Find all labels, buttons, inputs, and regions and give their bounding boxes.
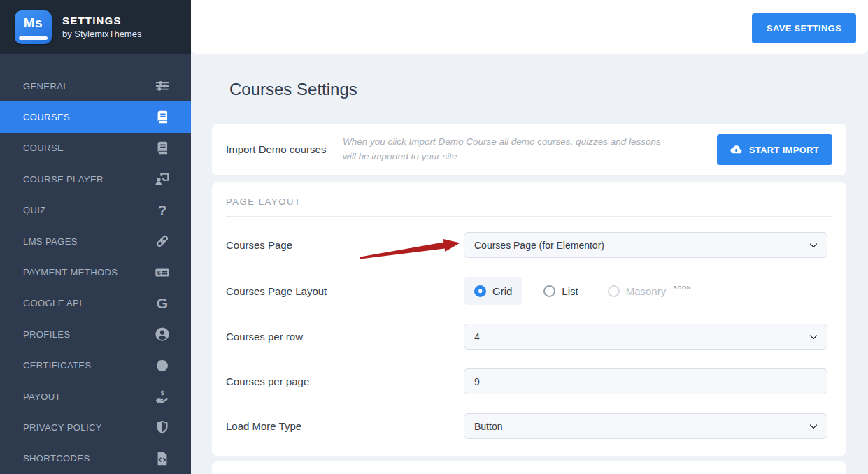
sidebar-nav: GENERAL COURSES COURSE COURSE PLAYER bbox=[0, 54, 191, 474]
sidebar: Ms SETTINGS by StylemixThemes GENERAL CO… bbox=[0, 0, 191, 474]
sidebar-item-label: PAYOUT bbox=[23, 392, 61, 402]
next-section-card bbox=[212, 461, 846, 474]
load-more-type-select-wrap: Button bbox=[464, 413, 827, 439]
field-row-load-more-type: Load More Type Button bbox=[226, 413, 832, 439]
radio-label: Grid bbox=[492, 285, 512, 297]
sidebar-item-quiz[interactable]: QUIZ ? bbox=[0, 195, 191, 226]
radio-disabled-icon bbox=[608, 285, 620, 297]
presentation-person-icon bbox=[154, 171, 171, 187]
courses-per-page-input[interactable] bbox=[464, 368, 827, 394]
masterstudy-logo-icon: Ms bbox=[15, 10, 52, 44]
sidebar-item-label: COURSE PLAYER bbox=[23, 174, 104, 185]
sidebar-item-general[interactable]: GENERAL bbox=[0, 71, 191, 101]
load-more-type-select[interactable]: Button bbox=[464, 413, 827, 439]
user-circle-icon bbox=[154, 326, 171, 343]
logo-text: Ms bbox=[24, 15, 43, 31]
start-import-label: START IMPORT bbox=[749, 145, 819, 155]
sidebar-item-label: PAYMENT METHODS bbox=[23, 267, 118, 278]
import-demo-label: Import Demo courses bbox=[226, 143, 343, 157]
shield-icon bbox=[154, 419, 171, 436]
book-icon bbox=[154, 140, 171, 157]
sidebar-item-payout[interactable]: PAYOUT $ bbox=[0, 381, 191, 412]
field-label: Courses per page bbox=[226, 375, 464, 387]
select-value: Button bbox=[474, 421, 502, 432]
sidebar-item-label: COURSES bbox=[23, 112, 70, 122]
field-row-courses-page-layout: Courses Page Layout Grid List Masonry SO… bbox=[226, 277, 832, 305]
sidebar-item-label: GOOGLE API bbox=[23, 298, 82, 308]
certificate-seal-icon bbox=[154, 357, 171, 374]
courses-per-row-select[interactable]: 4 bbox=[464, 324, 827, 350]
sidebar-item-certificates[interactable]: CERTIFICATES bbox=[0, 350, 191, 381]
sliders-icon bbox=[154, 78, 171, 94]
main-content: Courses Settings Import Demo courses Whe… bbox=[191, 54, 868, 474]
question-mark-icon: ? bbox=[154, 202, 171, 219]
settings-app: Ms SETTINGS by StylemixThemes GENERAL CO… bbox=[0, 0, 868, 474]
sidebar-item-privacy-policy[interactable]: PRIVACY POLICY bbox=[0, 412, 191, 443]
courses-per-page-input-wrap bbox=[464, 368, 827, 394]
sidebar-item-course[interactable]: COURSE bbox=[0, 133, 191, 164]
svg-text:$: $ bbox=[161, 389, 165, 396]
book-icon bbox=[154, 109, 171, 126]
sidebar-item-lms-pages[interactable]: LMS PAGES bbox=[0, 226, 191, 257]
field-label: Courses per row bbox=[226, 331, 464, 343]
select-value: Courses Page (for Elementor) bbox=[474, 240, 604, 251]
sidebar-item-label: GENERAL bbox=[23, 81, 69, 92]
field-label: Courses Page bbox=[226, 239, 464, 251]
radio-unselected-icon bbox=[543, 285, 555, 297]
sidebar-item-label: PROFILES bbox=[23, 329, 71, 340]
svg-text:$: $ bbox=[157, 269, 161, 276]
courses-page-select-wrap: Courses Page (for Elementor) bbox=[464, 232, 827, 258]
radio-option-grid[interactable]: Grid bbox=[464, 277, 522, 305]
app-title: SETTINGS bbox=[62, 15, 141, 27]
radio-option-masonry: Masonry SOON bbox=[608, 285, 692, 297]
logo-book-spine bbox=[19, 36, 48, 40]
payout-hand-icon: $ bbox=[154, 388, 171, 405]
google-g-icon: G bbox=[154, 295, 171, 312]
sidebar-item-payment-methods[interactable]: PAYMENT METHODS $ bbox=[0, 257, 191, 287]
import-demo-description: When you click Import Demo Course all de… bbox=[343, 135, 717, 164]
payment-check-icon: $ bbox=[154, 264, 171, 281]
sidebar-item-profiles[interactable]: PROFILES bbox=[0, 319, 191, 350]
link-icon bbox=[154, 233, 171, 250]
select-value: 4 bbox=[474, 331, 480, 343]
soon-badge: SOON bbox=[673, 285, 691, 291]
sidebar-item-course-player[interactable]: COURSE PLAYER bbox=[0, 164, 191, 194]
sidebar-item-shortcodes[interactable]: SHORTCODES bbox=[0, 443, 191, 474]
radio-selected-icon bbox=[474, 285, 486, 297]
sidebar-item-label: PRIVACY POLICY bbox=[23, 422, 102, 433]
sidebar-item-label: LMS PAGES bbox=[23, 236, 78, 247]
start-import-button[interactable]: START IMPORT bbox=[717, 134, 832, 165]
radio-label: List bbox=[562, 285, 578, 297]
shortcode-file-icon bbox=[154, 450, 171, 467]
save-settings-button[interactable]: SAVE SETTINGS bbox=[752, 13, 856, 43]
radio-option-list[interactable]: List bbox=[543, 285, 578, 297]
sidebar-item-courses[interactable]: COURSES bbox=[0, 101, 191, 132]
field-label: Courses Page Layout bbox=[226, 285, 464, 297]
courses-per-row-select-wrap: 4 bbox=[464, 324, 827, 350]
sidebar-item-label: QUIZ bbox=[23, 205, 46, 215]
page-title: Courses Settings bbox=[229, 80, 868, 99]
topbar: SAVE SETTINGS bbox=[191, 0, 868, 54]
field-row-courses-page: Courses Page Courses Page (for Elementor… bbox=[226, 232, 832, 258]
field-row-courses-per-page: Courses per page bbox=[226, 368, 832, 394]
section-title: PAGE LAYOUT bbox=[226, 196, 832, 207]
app-subtitle: by StylemixThemes bbox=[62, 29, 141, 39]
sidebar-item-label: CERTIFICATES bbox=[23, 360, 92, 371]
courses-page-select[interactable]: Courses Page (for Elementor) bbox=[464, 232, 827, 258]
radio-label: Masonry bbox=[626, 285, 667, 297]
courses-page-layout-options: Grid List Masonry SOON bbox=[464, 277, 827, 305]
field-row-courses-per-row: Courses per row 4 bbox=[226, 324, 832, 350]
sidebar-header: Ms SETTINGS by StylemixThemes bbox=[0, 0, 191, 54]
field-label: Load More Type bbox=[226, 420, 464, 432]
page-layout-card: PAGE LAYOUT Courses Page Courses Page (f… bbox=[212, 182, 846, 456]
cloud-upload-icon bbox=[730, 144, 742, 156]
section-divider bbox=[226, 216, 832, 217]
sidebar-item-label: SHORTCODES bbox=[23, 453, 90, 464]
sidebar-item-google-api[interactable]: GOOGLE API G bbox=[0, 288, 191, 319]
app-titles: SETTINGS by StylemixThemes bbox=[62, 15, 141, 39]
import-demo-card: Import Demo courses When you click Impor… bbox=[212, 124, 846, 175]
sidebar-item-label: COURSE bbox=[23, 143, 64, 153]
